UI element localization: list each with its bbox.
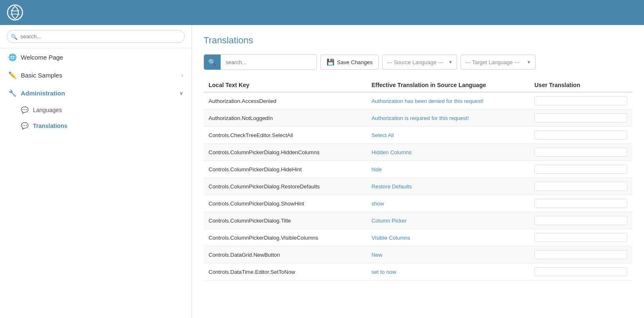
translation-search-input[interactable] bbox=[221, 55, 317, 70]
user-translation-input[interactable] bbox=[534, 182, 627, 191]
cell-key: Controls.DataTime.Editor.SetToNow bbox=[204, 263, 367, 280]
save-changes-button[interactable]: 💾 Save Changes bbox=[320, 55, 379, 70]
administration-icon: 🔧 bbox=[8, 89, 17, 97]
table-row: Controls.DataGrid.NewButtonNew bbox=[204, 246, 632, 263]
cell-source: Authorization has been denied for this r… bbox=[367, 92, 530, 110]
user-translation-input[interactable] bbox=[534, 233, 627, 242]
sidebar-sub-item-label: Translations bbox=[33, 123, 67, 129]
sidebar-sub-item-label: Languages bbox=[33, 107, 62, 113]
source-language-chevron-icon: ▼ bbox=[448, 60, 453, 65]
cell-user bbox=[529, 127, 632, 144]
table-row: Controls.ColumnPickerDialog.VisibleColum… bbox=[204, 229, 632, 246]
table-body: Authorization.AccessDeniedAuthorization … bbox=[204, 92, 632, 280]
col-header-key: Local Text Key bbox=[204, 78, 367, 92]
toolbar: 🔍 💾 Save Changes --- Source Language ---… bbox=[204, 54, 632, 70]
cell-user bbox=[529, 229, 632, 246]
user-translation-input[interactable] bbox=[534, 216, 627, 225]
sidebar-item-basic-samples[interactable]: ✏️ Basic Samples › bbox=[0, 66, 191, 84]
sidebar-search-icon: 🔍 bbox=[11, 33, 18, 40]
svg-point-0 bbox=[8, 5, 23, 20]
cell-key: Controls.ColumnPickerDialog.HideHint bbox=[204, 161, 367, 178]
sidebar-item-languages[interactable]: 💬 Languages bbox=[0, 102, 191, 118]
table-row: Authorization.AccessDeniedAuthorization … bbox=[204, 92, 632, 110]
col-header-source: Effective Translation in Source Language bbox=[367, 78, 530, 92]
target-language-label: --- Target Language --- bbox=[465, 59, 524, 65]
chevron-right-icon: › bbox=[181, 73, 183, 78]
translations-table: Local Text Key Effective Translation in … bbox=[204, 78, 632, 280]
cell-user bbox=[529, 263, 632, 280]
sidebar-item-administration[interactable]: 🔧 Administration ∨ bbox=[0, 84, 191, 102]
user-translation-input[interactable] bbox=[534, 250, 627, 259]
languages-icon: 💬 bbox=[21, 106, 29, 114]
user-translation-input[interactable] bbox=[534, 130, 627, 140]
target-language-chevron-icon: ▼ bbox=[526, 60, 531, 65]
cell-user bbox=[529, 110, 632, 127]
search-icon: 🔍 bbox=[208, 58, 216, 66]
cell-key: Authorization.NotLoggedIn bbox=[204, 110, 367, 127]
cell-key: Controls.ColumnPickerDialog.VisibleColum… bbox=[204, 229, 367, 246]
save-button-label: Save Changes bbox=[337, 59, 372, 65]
user-translation-input[interactable] bbox=[534, 165, 627, 174]
cell-source: Select All bbox=[367, 127, 530, 144]
cell-source: Restore Defaults bbox=[367, 178, 530, 195]
sidebar-search-box: 🔍 bbox=[0, 25, 191, 48]
search-button[interactable]: 🔍 bbox=[204, 55, 221, 70]
cell-key: Controls.ColumnPickerDialog.Title bbox=[204, 212, 367, 229]
cell-key: Authorization.AccessDenied bbox=[204, 92, 367, 110]
sidebar-item-translations[interactable]: 💬 Translations bbox=[0, 118, 191, 134]
user-translation-input[interactable] bbox=[534, 148, 627, 157]
chevron-down-icon: ∨ bbox=[179, 90, 183, 96]
cell-key: Controls.CheckTreeEditor.SelectAll bbox=[204, 127, 367, 144]
cell-key: Controls.ColumnPickerDialog.RestoreDefau… bbox=[204, 178, 367, 195]
cell-user bbox=[529, 178, 632, 195]
app-logo-icon bbox=[7, 4, 23, 21]
col-header-user: User Translation bbox=[529, 78, 632, 92]
table-row: Controls.ColumnPickerDialog.HideHinthide bbox=[204, 161, 632, 178]
table-row: Controls.ColumnPickerDialog.RestoreDefau… bbox=[204, 178, 632, 195]
cell-user bbox=[529, 161, 632, 178]
user-translation-input[interactable] bbox=[534, 96, 627, 105]
cell-source: Column Picker bbox=[367, 212, 530, 229]
cell-source: New bbox=[367, 246, 530, 263]
welcome-icon: 🌐 bbox=[8, 53, 17, 61]
cell-user bbox=[529, 195, 632, 212]
header-bar bbox=[0, 0, 644, 25]
cell-source: set to now bbox=[367, 263, 530, 280]
main-layout: 🔍 🌐 Welcome Page ✏️ Basic Samples › 🔧 Ad… bbox=[0, 25, 644, 318]
source-language-dropdown[interactable]: --- Source Language --- ▼ bbox=[382, 55, 457, 70]
cell-user bbox=[529, 92, 632, 110]
cell-key: Controls.DataGrid.NewButton bbox=[204, 246, 367, 263]
sidebar-item-label: Welcome Page bbox=[21, 54, 183, 61]
cell-source: show bbox=[367, 195, 530, 212]
target-language-dropdown[interactable]: --- Target Language --- ▼ bbox=[460, 55, 536, 70]
search-group: 🔍 bbox=[204, 54, 317, 70]
table-row: Controls.DataTime.Editor.SetToNowset to … bbox=[204, 263, 632, 280]
cell-source: Hidden Columns bbox=[367, 144, 530, 161]
save-icon: 💾 bbox=[327, 58, 335, 66]
table-row: Controls.ColumnPickerDialog.HiddenColumn… bbox=[204, 144, 632, 161]
sidebar: 🔍 🌐 Welcome Page ✏️ Basic Samples › 🔧 Ad… bbox=[0, 25, 192, 318]
content-area: Translations 🔍 💾 Save Changes --- Source… bbox=[192, 25, 644, 318]
sidebar-item-label: Administration bbox=[21, 90, 175, 97]
cell-user bbox=[529, 212, 632, 229]
table-row: Controls.ColumnPickerDialog.TitleColumn … bbox=[204, 212, 632, 229]
user-translation-input[interactable] bbox=[534, 113, 627, 123]
table-row: Controls.ColumnPickerDialog.ShowHintshow bbox=[204, 195, 632, 212]
sidebar-item-label: Basic Samples bbox=[21, 72, 177, 79]
sidebar-search-input[interactable] bbox=[7, 30, 185, 43]
cell-user bbox=[529, 246, 632, 263]
table-header: Local Text Key Effective Translation in … bbox=[204, 78, 632, 92]
basic-samples-icon: ✏️ bbox=[8, 71, 17, 79]
user-translation-input[interactable] bbox=[534, 199, 627, 208]
sidebar-item-welcome[interactable]: 🌐 Welcome Page bbox=[0, 48, 191, 66]
cell-user bbox=[529, 144, 632, 161]
cell-source: hide bbox=[367, 161, 530, 178]
table-row: Authorization.NotLoggedInAuthorization i… bbox=[204, 110, 632, 127]
user-translation-input[interactable] bbox=[534, 267, 627, 276]
cell-key: Controls.ColumnPickerDialog.ShowHint bbox=[204, 195, 367, 212]
cell-key: Controls.ColumnPickerDialog.HiddenColumn… bbox=[204, 144, 367, 161]
table-row: Controls.CheckTreeEditor.SelectAllSelect… bbox=[204, 127, 632, 144]
page-title: Translations bbox=[204, 35, 632, 46]
cell-source: Visible Columns bbox=[367, 229, 530, 246]
cell-source: Authorization is required for this reque… bbox=[367, 110, 530, 127]
